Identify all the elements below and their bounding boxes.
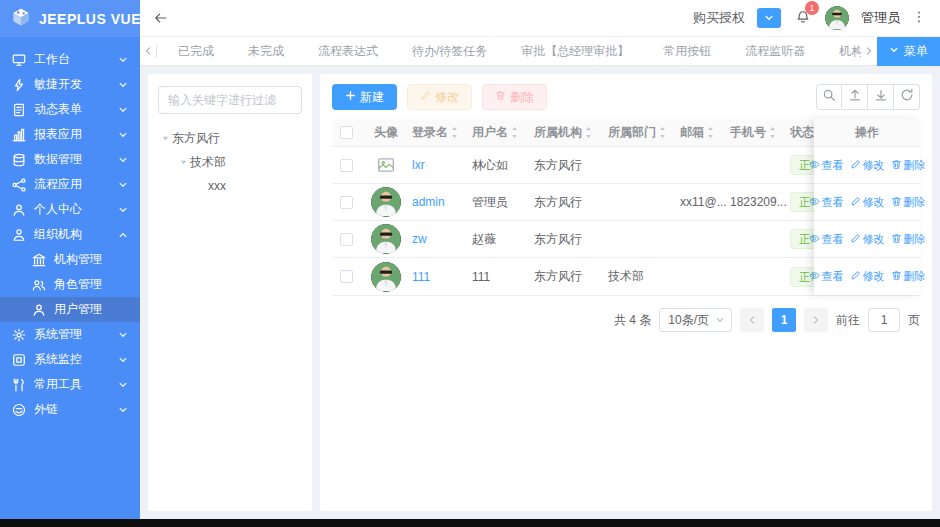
tab-已完成[interactable]: 已完成 xyxy=(161,37,231,65)
delete-action[interactable]: 删除 xyxy=(891,269,926,284)
tree-node-技术部[interactable]: 技术部 xyxy=(158,150,302,174)
tree-node-东方风行[interactable]: 东方风行 xyxy=(158,126,302,150)
next-page-button[interactable] xyxy=(804,308,828,332)
sidebar-item-动态表单[interactable]: 动态表单 xyxy=(0,97,140,122)
user-avatar[interactable] xyxy=(371,262,401,292)
prev-page-button[interactable] xyxy=(740,308,764,332)
column-header-手机号[interactable]: 手机号 xyxy=(730,124,790,141)
tabs-scroll-left-button[interactable] xyxy=(140,46,156,56)
tab-流程表达式[interactable]: 流程表达式 xyxy=(301,37,395,65)
sidebar-item-工作台[interactable]: 工作台 xyxy=(0,47,140,72)
collapse-sidebar-icon[interactable] xyxy=(154,11,168,25)
edit-action[interactable]: 修改 xyxy=(850,269,885,284)
header-dropdown-button[interactable] xyxy=(757,8,781,28)
sidebar-item-用户管理[interactable]: 用户管理 xyxy=(0,297,140,322)
edit-action[interactable]: 修改 xyxy=(850,232,885,247)
sort-carets-icon[interactable] xyxy=(768,126,777,139)
cell-login-name[interactable]: admin xyxy=(412,195,472,209)
tab-未完成[interactable]: 未完成 xyxy=(231,37,301,65)
row-checkbox[interactable] xyxy=(340,159,353,172)
refresh-button[interactable] xyxy=(894,84,920,110)
delete-action[interactable]: 删除 xyxy=(891,232,926,247)
tab-流程监听器[interactable]: 流程监听器 xyxy=(728,37,822,65)
row-checkbox[interactable] xyxy=(340,196,353,209)
cell-organization: 东方风行 xyxy=(534,157,608,174)
edit-button[interactable]: 修改 xyxy=(407,84,472,110)
page-number-1[interactable]: 1 xyxy=(772,308,796,332)
trash-icon xyxy=(891,159,902,172)
buy-license-link[interactable]: 购买授权 xyxy=(693,9,745,27)
sort-carets-icon[interactable] xyxy=(510,126,519,139)
sidebar-item-报表应用[interactable]: 报表应用 xyxy=(0,122,140,147)
column-header-所属机构[interactable]: 所属机构 xyxy=(534,124,608,141)
column-header-邮箱[interactable]: 邮箱 xyxy=(680,124,730,141)
tab-label: 已完成 xyxy=(178,43,214,60)
user-avatar[interactable] xyxy=(371,224,401,254)
sidebar-item-机构管理[interactable]: 机构管理 xyxy=(0,247,140,272)
user-icon xyxy=(32,303,46,317)
edit-action[interactable]: 修改 xyxy=(850,158,885,173)
user-menu-button[interactable] xyxy=(912,9,926,28)
search-button[interactable] xyxy=(816,84,842,110)
username-label[interactable]: 管理员 xyxy=(861,9,900,27)
tab-机构管理[interactable]: 机构管理 xyxy=(822,37,861,65)
sidebar-item-label: 报表应用 xyxy=(34,126,110,143)
sort-carets-icon[interactable] xyxy=(658,126,667,139)
cell-login-name[interactable]: lxr xyxy=(412,158,472,172)
chevron-down-icon xyxy=(118,129,130,141)
view-action[interactable]: 查看 xyxy=(809,232,844,247)
tab-menu-button[interactable]: 菜单 xyxy=(877,37,940,66)
sidebar-item-敏捷开发[interactable]: 敏捷开发 xyxy=(0,72,140,97)
delete-action[interactable]: 删除 xyxy=(891,158,926,173)
sidebar-item-组织机构[interactable]: 组织机构 xyxy=(0,222,140,247)
cell-user-name: 林心如 xyxy=(472,157,534,174)
sort-carets-icon[interactable] xyxy=(584,126,593,139)
tree-filter-input[interactable] xyxy=(158,86,302,114)
new-button[interactable]: 新建 xyxy=(332,84,397,110)
view-action[interactable]: 查看 xyxy=(809,269,844,284)
notifications-button[interactable]: 1 xyxy=(793,8,813,28)
row-checkbox[interactable] xyxy=(340,270,353,283)
column-header-所属部门[interactable]: 所属部门 xyxy=(608,124,680,141)
sort-carets-icon[interactable] xyxy=(450,126,459,139)
sidebar-item-label: 外链 xyxy=(34,401,110,418)
export-button[interactable] xyxy=(868,84,894,110)
edit-action[interactable]: 修改 xyxy=(850,195,885,210)
view-action[interactable]: 查看 xyxy=(809,195,844,210)
tabs-scroll-right-button[interactable] xyxy=(861,46,877,56)
delete-action[interactable]: 删除 xyxy=(891,195,926,210)
sort-carets-icon[interactable] xyxy=(706,126,715,139)
cell-email: xx11@... xyxy=(680,195,730,209)
page-size-select[interactable]: 10条/页 xyxy=(659,308,732,332)
sidebar-item-流程应用[interactable]: 流程应用 xyxy=(0,172,140,197)
user-avatar[interactable] xyxy=(371,187,401,217)
view-action[interactable]: 查看 xyxy=(809,158,844,173)
cell-login-name[interactable]: 111 xyxy=(412,270,472,284)
tree-node-xxx[interactable]: xxx xyxy=(158,174,302,198)
tab-待办/待签任务[interactable]: 待办/待签任务 xyxy=(395,37,504,65)
tab-审批【总经理审批】[interactable]: 审批【总经理审批】 xyxy=(504,37,646,65)
org-tree: 东方风行技术部xxx xyxy=(158,126,302,198)
chevron-down-icon xyxy=(118,354,130,366)
sidebar-item-系统监控[interactable]: 系统监控 xyxy=(0,347,140,372)
sidebar-item-系统管理[interactable]: 系统管理 xyxy=(0,322,140,347)
import-button[interactable] xyxy=(842,84,868,110)
tab-常用按钮[interactable]: 常用按钮 xyxy=(646,37,728,65)
row-checkbox[interactable] xyxy=(340,233,353,246)
sidebar-item-个人中心[interactable]: 个人中心 xyxy=(0,197,140,222)
goto-page-input[interactable] xyxy=(868,308,900,332)
sidebar-item-角色管理[interactable]: 角色管理 xyxy=(0,272,140,297)
sidebar-item-外链[interactable]: 外链 xyxy=(0,397,140,422)
column-header-用户名[interactable]: 用户名 xyxy=(472,124,534,141)
sidebar-item-常用工具[interactable]: 常用工具 xyxy=(0,372,140,397)
cell-login-name[interactable]: zw xyxy=(412,232,472,246)
app-root: JEEPLUS VUE 工作台敏捷开发动态表单报表应用数据管理流程应用个人中心组… xyxy=(0,0,940,519)
user-avatar[interactable] xyxy=(825,6,849,30)
column-header-登录名[interactable]: 登录名 xyxy=(412,124,472,141)
sidebar-item-label: 组织机构 xyxy=(34,226,110,243)
column-header-label: 状态 xyxy=(790,124,814,141)
tab-label: 待办/待签任务 xyxy=(412,43,487,60)
delete-button[interactable]: 删除 xyxy=(482,84,547,110)
select-all-checkbox[interactable] xyxy=(340,126,353,139)
sidebar-item-数据管理[interactable]: 数据管理 xyxy=(0,147,140,172)
